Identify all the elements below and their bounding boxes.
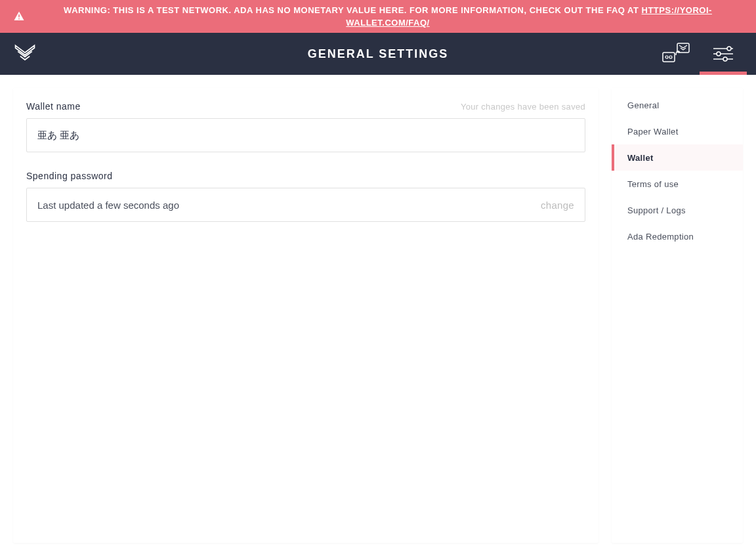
svg-point-4	[665, 56, 668, 58]
settings-nav-button[interactable]	[700, 33, 747, 75]
wallets-nav-button[interactable]	[652, 33, 700, 75]
svg-point-7	[727, 47, 731, 51]
settings-main-panel: Wallet name Your changes have been saved…	[13, 88, 598, 543]
spending-password-box: Last updated a few seconds ago change	[26, 188, 585, 222]
content-body: Wallet name Your changes have been saved…	[0, 75, 756, 556]
spending-password-label: Spending password	[26, 171, 112, 181]
svg-rect-0	[18, 14, 20, 18]
sidebar-item-paper-wallet[interactable]: Paper Wallet	[612, 118, 743, 144]
svg-point-11	[723, 57, 727, 61]
svg-rect-1	[18, 18, 20, 20]
wallets-icon	[662, 41, 690, 67]
wallet-name-input[interactable]	[26, 118, 585, 152]
sidebar-item-label: Ada Redemption	[627, 232, 694, 242]
sidebar-item-support-logs[interactable]: Support / Logs	[612, 197, 743, 223]
sidebar-item-label: General	[627, 100, 659, 110]
svg-point-9	[717, 52, 721, 56]
yoroi-logo-icon[interactable]	[13, 42, 37, 66]
page-title: GENERAL SETTINGS	[0, 47, 756, 61]
header-actions	[652, 33, 747, 75]
spending-password-group: Spending password Last updated a few sec…	[26, 171, 585, 222]
wallet-name-group: Wallet name Your changes have been saved	[26, 101, 585, 152]
test-network-warning-banner: WARNING: THIS IS A TEST NETWORK. ADA HAS…	[0, 0, 756, 33]
sidebar-item-terms-of-use[interactable]: Terms of use	[612, 171, 743, 197]
sidebar-item-label: Support / Logs	[627, 205, 686, 215]
warning-text: WARNING: THIS IS A TEST NETWORK. ADA HAS…	[33, 4, 743, 30]
change-password-link[interactable]: change	[541, 200, 574, 211]
sidebar-item-label: Paper Wallet	[627, 127, 679, 137]
saved-status-text: Your changes have been saved	[461, 102, 585, 112]
sidebar-item-label: Wallet	[627, 153, 654, 163]
sidebar-item-ada-redemption[interactable]: Ada Redemption	[612, 223, 743, 249]
warning-prefix: WARNING: THIS IS A TEST NETWORK. ADA HAS…	[64, 5, 641, 15]
settings-side-menu: General Paper Wallet Wallet Terms of use…	[612, 88, 743, 543]
sidebar-item-general[interactable]: General	[612, 92, 743, 118]
sidebar-item-label: Terms of use	[627, 179, 679, 189]
app-header: GENERAL SETTINGS	[0, 33, 756, 75]
sidebar-item-wallet[interactable]: Wallet	[612, 144, 743, 171]
svg-point-5	[669, 56, 672, 58]
wallet-name-label: Wallet name	[26, 101, 81, 112]
settings-sliders-icon	[712, 46, 734, 62]
spending-password-status: Last updated a few seconds ago	[37, 200, 179, 211]
warning-icon	[13, 11, 25, 22]
svg-rect-3	[663, 53, 675, 62]
